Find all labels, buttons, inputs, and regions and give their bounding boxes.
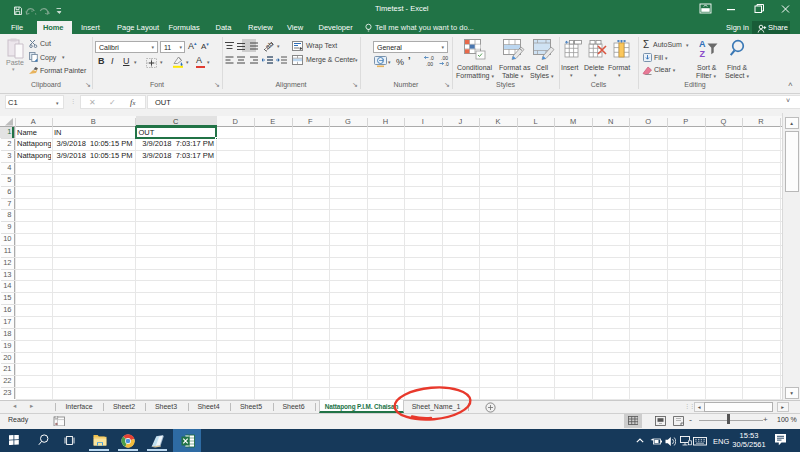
svg-text:.00: .00 bbox=[426, 61, 433, 67]
svg-text:Z: Z bbox=[700, 49, 706, 59]
svg-text:ab: ab bbox=[264, 41, 275, 51]
svg-text:A: A bbox=[699, 39, 706, 49]
svg-text:.0: .0 bbox=[444, 61, 448, 67]
